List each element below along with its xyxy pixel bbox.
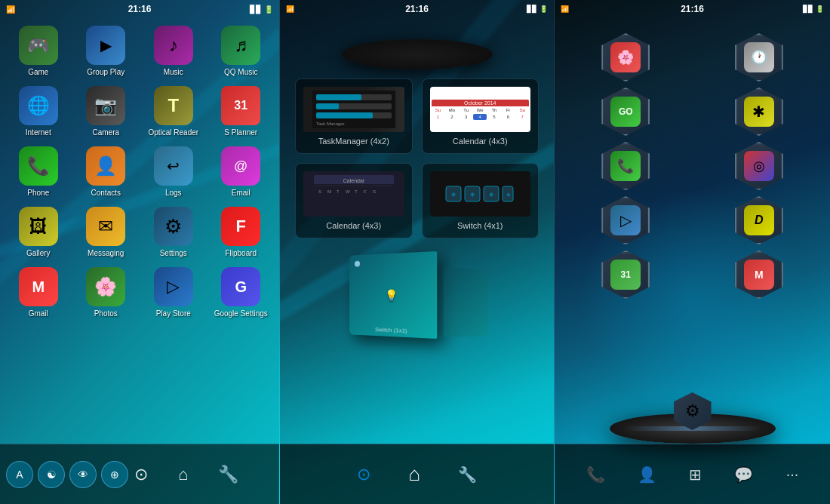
gallery-icon: 🖼 bbox=[19, 207, 58, 246]
app-music[interactable]: ♪ Music bbox=[141, 23, 206, 80]
dock-icon-a[interactable]: A bbox=[6, 461, 33, 488]
svg-text:Calendar: Calendar bbox=[343, 178, 365, 183]
hex-app-dazel[interactable]: D bbox=[696, 196, 823, 244]
app-phone[interactable]: 📞 Phone bbox=[6, 143, 71, 201]
widget-taskmanager[interactable]: Task Manager TaskManager (4x2) bbox=[295, 78, 413, 154]
app-groupplay[interactable]: ▶ Group Play bbox=[74, 23, 139, 80]
groupplay-label: Group Play bbox=[87, 68, 124, 77]
svg-rect-4 bbox=[316, 103, 339, 109]
svg-rect-6 bbox=[316, 112, 373, 118]
groupplay-icon: ▶ bbox=[86, 26, 125, 65]
calendar2-preview: Calendar S M T W T F S bbox=[303, 171, 404, 217]
fold-widget-area: 💡 Switch (1x1) bbox=[295, 254, 539, 337]
hex-app-gmail[interactable]: M bbox=[696, 250, 823, 299]
dock-nav-tools[interactable]: 🔧 bbox=[218, 465, 238, 484]
splanner-label: S Planner bbox=[224, 128, 257, 137]
p3-dock-messages[interactable]: 💬 bbox=[734, 466, 753, 484]
widget-calendar1[interactable]: October 2014 Su Mo Tu We Th Fr Sa 1 2 3 … bbox=[422, 78, 540, 154]
dock-nav-home[interactable]: ⌂ bbox=[178, 465, 188, 484]
panel3: 📶 21:16 ▊▊ 🔋 🌸 🕐 GO bbox=[555, 0, 830, 504]
qqmusic-label: QQ Music bbox=[224, 68, 257, 77]
calendar1-preview: October 2014 Su Mo Tu We Th Fr Sa 1 2 3 … bbox=[430, 87, 531, 132]
widget-switch[interactable]: ◈ ◈ ◈ ◈ Switch (4x1) bbox=[422, 163, 540, 238]
app-logs[interactable]: ↩ Logs bbox=[141, 143, 206, 201]
flipboard-label: Flipboard bbox=[225, 249, 257, 258]
p2-time: 21:16 bbox=[405, 4, 429, 14]
p3-dock-more[interactable]: ··· bbox=[786, 466, 799, 483]
p3-dock-contacts[interactable]: 👤 bbox=[638, 466, 656, 484]
hex-app-playstore[interactable]: ▷ bbox=[562, 196, 690, 244]
widget-switch-label: Switch (4x1) bbox=[457, 221, 503, 230]
p3-signal: 📶 bbox=[561, 5, 569, 13]
dock-icon-d[interactable]: ⊕ bbox=[101, 461, 128, 488]
svg-text:Task Manager: Task Manager bbox=[316, 121, 345, 126]
hex-app-go[interactable]: GO bbox=[562, 88, 690, 136]
p3-more-icon: ··· bbox=[786, 466, 799, 483]
gmail-label: Gmail bbox=[29, 309, 48, 318]
app-splanner[interactable]: 31 S Planner bbox=[209, 83, 274, 140]
logs-label: Logs bbox=[165, 189, 182, 198]
status-time: 21:16 bbox=[128, 4, 152, 14]
hex-app-phone[interactable]: 📞 bbox=[562, 142, 690, 190]
p2-battery: ▊▊ 🔋 bbox=[527, 5, 548, 13]
hex-app-asterisk[interactable]: ✱ bbox=[696, 88, 823, 136]
app-messaging[interactable]: ✉ Messaging bbox=[74, 204, 139, 261]
camera-label: Camera bbox=[92, 128, 119, 137]
p2-dock-tools[interactable]: 🔧 bbox=[458, 466, 477, 484]
app-email[interactable]: @ Email bbox=[209, 143, 274, 201]
app-googlesettings[interactable]: G Google Settings bbox=[209, 264, 274, 321]
svg-text:W: W bbox=[346, 189, 350, 194]
p2-dock-home[interactable]: ⌂ bbox=[408, 463, 420, 486]
app-photos[interactable]: 🌸 Photos bbox=[74, 264, 139, 321]
dock-icon-b[interactable]: ☯ bbox=[38, 461, 65, 488]
panel1: 📶 21:16 ▊▊ 🔋 🎮 Game ▶ Group Play ♪ Music… bbox=[0, 0, 279, 504]
app-camera[interactable]: 📷 Camera bbox=[74, 83, 139, 140]
app-flipboard[interactable]: F Flipboard bbox=[209, 204, 274, 261]
p3-dock-apps[interactable]: ⊞ bbox=[689, 466, 702, 484]
gmail-icon: M bbox=[19, 267, 58, 306]
app-gallery[interactable]: 🖼 Gallery bbox=[6, 204, 71, 261]
qqmusic-icon: ♬ bbox=[221, 26, 260, 65]
settings-icon: ⚙ bbox=[154, 207, 193, 246]
internet-label: Internet bbox=[26, 128, 51, 137]
phone-icon: 📞 bbox=[19, 146, 58, 186]
app-qqmusic[interactable]: ♬ QQ Music bbox=[209, 23, 274, 80]
dock-icon-c[interactable]: 👁 bbox=[69, 461, 97, 488]
hex-app-chrome[interactable]: ◎ bbox=[696, 142, 823, 190]
svg-text:S: S bbox=[318, 189, 321, 194]
hex-dazel-icon: D bbox=[735, 196, 783, 244]
svg-text:T: T bbox=[337, 189, 340, 194]
flipboard-icon: F bbox=[221, 207, 260, 246]
fold-widget-book[interactable]: 💡 Switch (1x1) bbox=[349, 251, 436, 339]
hex-app-calendar[interactable]: 31 bbox=[562, 250, 690, 299]
hex-clock-icon: 🕐 bbox=[735, 33, 783, 81]
hex-calendar-icon: 31 bbox=[601, 250, 650, 299]
app-contacts[interactable]: 👤 Contacts bbox=[74, 143, 139, 201]
widget-calendar1-label: Calendar (4x3) bbox=[453, 137, 508, 146]
svg-text:◈: ◈ bbox=[489, 191, 494, 198]
svg-text:◈: ◈ bbox=[470, 191, 475, 198]
app-internet[interactable]: 🌐 Internet bbox=[6, 83, 71, 140]
hex-app-photos[interactable]: 🌸 bbox=[562, 33, 690, 81]
googlesettings-label: Google Settings bbox=[214, 309, 268, 318]
svg-text:F: F bbox=[364, 189, 367, 194]
app-gmail[interactable]: M Gmail bbox=[6, 264, 71, 321]
app-game[interactable]: 🎮 Game bbox=[6, 23, 71, 80]
widget-calendar2[interactable]: Calendar S M T W T F S Calendar (4x3) bbox=[295, 163, 413, 238]
p2-dock-left-btn[interactable]: ⊙ bbox=[357, 465, 370, 484]
game-icon: 🎮 bbox=[19, 26, 58, 65]
settings-center[interactable]: ⚙ bbox=[674, 392, 712, 430]
p3-dock-phone[interactable]: 📞 bbox=[586, 466, 605, 484]
dock-nav-settings[interactable]: ⊙ bbox=[134, 465, 148, 484]
fold-widget-label: Switch (1x1) bbox=[349, 325, 436, 336]
turntable: ⚙ bbox=[610, 413, 776, 444]
hex-app-clock[interactable]: 🕐 bbox=[696, 33, 823, 81]
svg-text:T: T bbox=[355, 189, 358, 194]
app-playstore[interactable]: ▷ Play Store bbox=[141, 264, 206, 321]
switch-preview: ◈ ◈ ◈ ◈ bbox=[430, 171, 531, 217]
googlesettings-icon: G bbox=[221, 267, 260, 306]
app-optical[interactable]: T Optical Reader bbox=[141, 83, 206, 140]
app-settings[interactable]: ⚙ Settings bbox=[141, 204, 206, 261]
music-icon: ♪ bbox=[154, 26, 193, 65]
settings-label: Settings bbox=[160, 249, 187, 258]
